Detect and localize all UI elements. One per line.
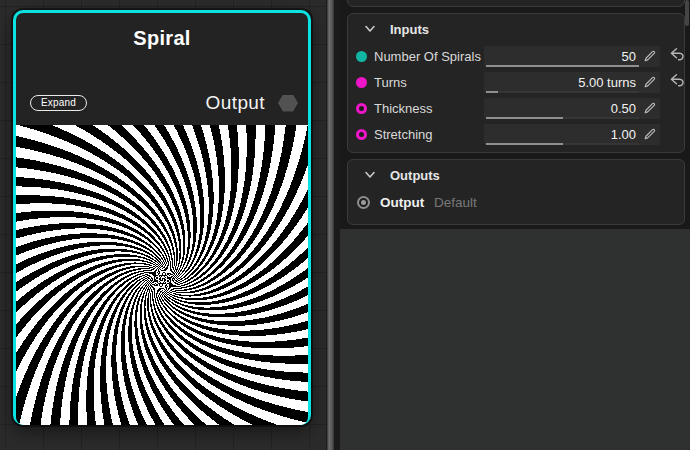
slider-track[interactable] <box>486 65 639 67</box>
param-label: Thickness <box>374 96 433 122</box>
param-row-stretching: Stretching 1.00 <box>348 122 684 148</box>
expand-button[interactable]: Expand <box>30 95 87 111</box>
node-title: Spiral <box>16 27 308 50</box>
output-port-hexagon-icon[interactable] <box>278 95 298 112</box>
reset-to-default-button[interactable] <box>668 73 686 91</box>
slider-fill <box>486 117 563 119</box>
pane-splitter[interactable] <box>326 0 340 450</box>
port-dot-icon <box>356 129 367 140</box>
output-default-value: Default <box>434 190 477 218</box>
node-output-label: Output <box>206 92 265 114</box>
spiral-node[interactable]: Spiral Expand Output <box>13 10 311 425</box>
chevron-down-icon <box>364 25 376 33</box>
slider-fill <box>486 143 563 145</box>
param-input-stretching[interactable]: 1.00 <box>484 124 660 145</box>
param-row-number-of-spirals: Number Of Spirals 50 <box>348 44 684 70</box>
port-dot-icon <box>356 51 367 62</box>
param-value: 1.00 <box>611 124 636 145</box>
node-graph-canvas[interactable]: Spiral Expand Output <box>0 0 326 450</box>
undo-arrow-icon <box>668 47 686 63</box>
param-label: Stretching <box>374 122 433 148</box>
slider-track[interactable] <box>486 91 639 93</box>
pencil-icon[interactable] <box>642 75 657 90</box>
port-dot-icon <box>356 77 367 88</box>
chevron-down-icon <box>364 171 376 179</box>
slider-track[interactable] <box>486 143 639 145</box>
param-row-turns: Turns 5.00 turns <box>348 70 684 96</box>
outputs-section-title: Outputs <box>390 168 440 183</box>
panel-scrollbar-thumb[interactable] <box>685 0 689 26</box>
output-name: Output <box>380 190 424 218</box>
output-row: Output Default <box>348 190 684 218</box>
inputs-section: Inputs Number Of Spirals 50 <box>347 13 685 153</box>
param-input-thickness[interactable]: 0.50 <box>484 98 660 119</box>
undo-arrow-icon <box>668 73 686 89</box>
pencil-icon[interactable] <box>642 127 657 142</box>
node-preview-canvas <box>16 125 308 425</box>
param-value: 0.50 <box>611 98 636 119</box>
slider-track[interactable] <box>486 117 639 119</box>
param-value: 50 <box>622 46 636 67</box>
previous-section-card-edge <box>347 0 685 7</box>
slider-fill <box>486 65 639 67</box>
param-input-number-of-spirals[interactable]: 50 <box>484 46 660 67</box>
outputs-section-header[interactable]: Outputs <box>348 160 684 190</box>
slider-fill <box>486 91 498 93</box>
reset-to-default-button[interactable] <box>668 47 686 65</box>
outputs-section: Outputs Output Default <box>347 159 685 225</box>
param-input-turns[interactable]: 5.00 turns <box>484 72 660 93</box>
pencil-icon[interactable] <box>642 101 657 116</box>
param-label: Turns <box>374 70 407 96</box>
parameter-panel: Inputs Number Of Spirals 50 <box>340 0 690 450</box>
splitter-handle[interactable] <box>327 0 334 450</box>
node-header-row: Expand Output <box>30 92 298 114</box>
inputs-section-header[interactable]: Inputs <box>348 14 684 44</box>
pencil-icon[interactable] <box>642 49 657 64</box>
port-dot-icon <box>356 103 367 114</box>
inputs-section-title: Inputs <box>390 22 429 37</box>
param-value: 5.00 turns <box>578 72 636 93</box>
app-window: Spiral Expand Output Inputs <box>0 0 690 450</box>
radio-port-icon[interactable] <box>357 196 370 209</box>
param-label: Number Of Spirals <box>374 44 481 70</box>
param-row-thickness: Thickness 0.50 <box>348 96 684 122</box>
parameter-cards-area: Inputs Number Of Spirals 50 <box>340 0 690 229</box>
